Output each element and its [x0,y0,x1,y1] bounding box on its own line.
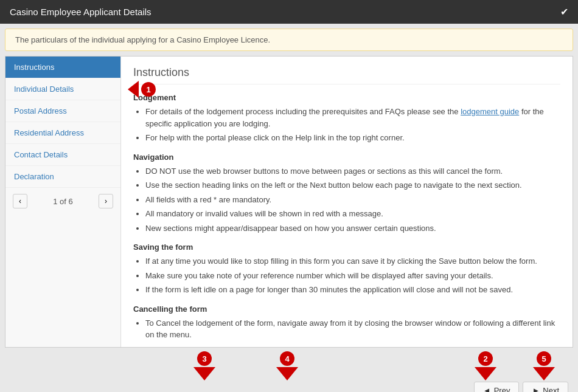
nav-item-4: All mandatory or invalid values will be … [145,208,560,220]
cancel-item-1: To Cancel the lodgement of the form, nav… [145,317,560,341]
sidebar-label-postal-address: Postal Address [14,106,67,115]
pagination: ‹ 1 of 6 › [5,188,120,215]
arrow-1-shape [128,81,139,98]
next-button[interactable]: ► Next [523,382,568,392]
header-checkmark: ✔ [560,6,568,18]
content-title: Instructions [133,66,560,84]
arrow-4-badge: 4 [280,351,294,366]
content-area: Instructions Lodgement For details of th… [121,57,573,347]
sidebar-label-contact-details: Contact Details [14,150,68,159]
sidebar-item-individual-details[interactable]: Individual Details 1 [5,78,120,100]
arrow-2-shape [475,367,496,380]
sidebar-item-postal-address[interactable]: Postal Address [5,100,120,122]
arrow-4-shape [276,367,298,380]
sidebar-item-instructions[interactable]: Instructions [5,57,120,78]
arrow-5-indicator: 5 [533,351,555,380]
arrow-1-indicator: 1 [128,81,156,98]
arrow-4-indicator: 4 [276,351,298,380]
nav-item-2: Use the section heading links on the lef… [145,179,560,191]
navigation-list: DO NOT use the web browser buttons to mo… [145,165,560,235]
sidebar-item-declaration[interactable]: Declaration [5,166,120,188]
save-item-3: If the form is left idle on a page for l… [145,284,560,296]
nav-item-1: DO NOT use the web browser buttons to mo… [145,165,560,177]
section-heading-lodgement: Lodgement [133,93,560,102]
arrow-3-indicator: 3 [193,351,215,380]
arrows-right-group: 2 5 [475,351,573,380]
arrow-3-badge: 3 [197,351,212,366]
save-item-1: If at any time you would like to stop fi… [145,255,560,267]
app-header: Casino Employee Applicant Details ✔ [0,0,578,24]
sidebar-label-individual-details: Individual Details [14,84,74,94]
sidebar-item-residential-address[interactable]: Residential Address [5,122,120,144]
pagination-prev[interactable]: ‹ [13,194,27,208]
lodgement-item-2: For help with the portal please click on… [145,132,560,144]
arrow-1-badge: 1 [141,82,156,97]
arrow-2-indicator: 2 [475,351,496,380]
header-title: Casino Employee Applicant Details [10,7,151,17]
cancelling-list: To Cancel the lodgement of the form, nav… [145,317,560,341]
nav-buttons-row: ◄ Prev ► Next [5,382,573,392]
nav-item-5: New sections might appear/disappear base… [145,222,560,235]
main-container: Instructions Individual Details 1 Postal… [5,56,573,348]
pagination-text: 1 of 6 [31,197,95,206]
notice-bar: The particulars of the individual applyi… [5,29,573,51]
saving-list: If at any time you would like to stop fi… [145,255,560,296]
arrow-5-badge: 5 [537,351,551,366]
sidebar-item-contact-details[interactable]: Contact Details [5,144,120,166]
prev-button[interactable]: ◄ Prev [474,382,520,392]
arrow-2-badge: 2 [478,351,493,366]
sidebar-label-residential-address: Residential Address [14,128,84,137]
section-heading-cancelling: Cancelling the form [133,304,560,314]
section-heading-navigation: Navigation [133,153,560,162]
next-label: Next [543,386,559,392]
lodgement-guide-link[interactable]: lodgement guide [461,107,519,116]
arrow-5-shape [533,367,555,380]
nav-item-3: All fields with a red * are mandatory. [145,194,560,206]
arrows-left-group: 3 4 [5,351,298,380]
prev-icon: ◄ [483,386,491,392]
sidebar: Instructions Individual Details 1 Postal… [5,57,121,347]
footer-wrapper: 3 4 2 5 ◄ Prev ► Next [0,348,578,392]
pagination-next[interactable]: › [99,194,113,208]
next-icon: ► [532,386,540,392]
sidebar-label-declaration: Declaration [14,172,54,181]
lodgement-item-1: For details of the lodgement process inc… [145,106,560,129]
section-heading-saving: Saving the form [133,242,560,252]
arrow-3-shape [193,367,215,380]
notice-text: The particulars of the individual applyi… [15,35,270,44]
prev-label: Prev [494,386,510,392]
save-item-2: Make sure you take note of your referenc… [145,270,560,282]
sidebar-label-instructions: Instructions [14,63,54,72]
lodgement-list: For details of the lodgement process inc… [145,106,560,144]
